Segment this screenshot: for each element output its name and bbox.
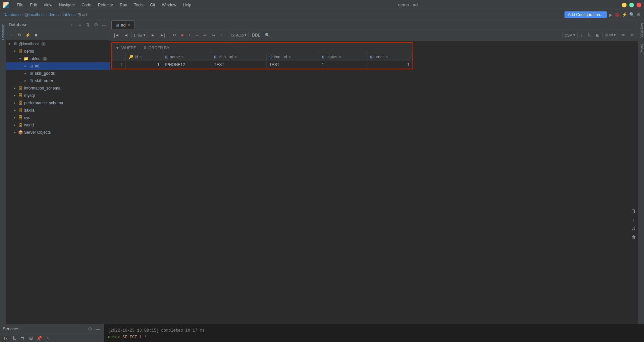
minimize-button[interactable]: — [622,3,627,7]
debug-button[interactable]: 🐞 [614,12,620,17]
db-add-button[interactable]: + [69,22,75,28]
expand-sakila[interactable]: ► [13,108,17,112]
tree-item-skill-goods[interactable]: ► ⊞ skill_goods [6,70,110,77]
tx-indicator[interactable]: Tx [1,336,9,341]
tree-item-world[interactable]: ► 🗄 world [6,121,110,129]
structure-tab[interactable]: Structure [639,21,644,40]
menu-refactor[interactable]: Refactor [95,2,116,8]
expand-information-schema[interactable]: ► [13,86,17,90]
svc-tb-3[interactable]: ⊞ [27,335,35,342]
th-order[interactable]: ⊞ order ⇅ [367,53,412,61]
expand-skill-order[interactable]: ► [23,79,28,83]
console-tool-1[interactable]: ⇅ [630,207,637,215]
menu-window[interactable]: Window [159,2,179,8]
db-settings-button[interactable]: ⚙ [93,22,99,28]
table-row[interactable]: 1 1 IPHONE12 TEST TEST 1 1 [112,61,413,69]
th-id[interactable]: 🔑 id ⇅ [126,53,162,61]
breadcrumb-demo[interactable]: demo [49,12,59,17]
stop-btn[interactable]: ■ [179,31,185,39]
refresh-btn[interactable]: ↻ [171,31,178,39]
breadcrumb-localhost[interactable]: @localhost [24,12,45,17]
th-status[interactable]: ⊞ status ⇅ [319,53,367,61]
menu-view[interactable]: View [41,2,55,8]
revert-btn[interactable]: ↩ [201,31,209,39]
col-settings-btn[interactable]: ⚙ [628,31,636,39]
preview-btn[interactable]: 👁 [619,31,627,39]
tree-item-ad[interactable]: ► ⊞ ad [6,62,110,70]
db-list-button[interactable]: ≡ [77,22,83,28]
tree-item-tables[interactable]: ▼ 📁 tables 3 [6,55,110,62]
services-settings-btn[interactable]: ⚙ [87,326,93,332]
svc-tb-4[interactable]: 📌 [36,335,43,342]
maximize-button[interactable]: ❐ [629,3,634,7]
search-table-btn[interactable]: 🔍 [263,31,272,39]
menu-help[interactable]: Help [180,2,194,8]
svc-tb-2[interactable]: ⇆ [19,335,26,342]
tree-item-sys[interactable]: ► 🗄 sys [6,114,110,121]
tree-item-information-schema[interactable]: ► 🗄 information_schema [6,84,110,92]
add-row-btn[interactable]: + [186,31,193,39]
close-button[interactable]: ✕ [637,3,641,7]
menu-code[interactable]: Code [79,2,94,8]
nav-first[interactable]: |◄ [112,31,121,39]
table-selector[interactable]: ⊞ ad ▾ [602,32,618,38]
tree-item-server-objects[interactable]: ► 📦 Server Objects [6,129,110,136]
add-configuration-button[interactable]: Add Configuration... [565,11,607,18]
expand-server-objects[interactable]: ► [13,130,17,134]
menu-file[interactable]: File [14,2,26,8]
breadcrumb-ad[interactable]: ⊞ ad [77,12,87,17]
expand-localhost[interactable]: ▼ [7,42,11,46]
tree-item-performance-schema[interactable]: ► 🗄 performance_schema [6,99,110,107]
console-tool-3[interactable]: 🖨 [630,225,637,232]
expand-skill-goods[interactable]: ► [23,71,28,75]
tab-close-ad[interactable]: ✕ [127,23,130,27]
db-tb-stop[interactable]: ■ [33,32,40,39]
filter-cols-btn[interactable]: ⇅ [586,31,593,39]
tree-item-skill-order[interactable]: ► ⊞ skill_order [6,77,110,84]
db-sort-button[interactable]: ⇅ [85,22,91,28]
services-close-btn[interactable]: — [95,326,101,332]
menu-navigate[interactable]: Navigate [56,2,77,8]
submit-btn[interactable]: ↪ [210,31,217,39]
expand-tables[interactable]: ▼ [18,57,22,61]
expand-ad[interactable]: ► [23,64,28,68]
tree-item-sakila[interactable]: ► 🗄 sakila [6,107,110,114]
expand-demo[interactable]: ▼ [13,49,17,53]
db-tb-refresh[interactable]: ↻ [16,32,23,39]
export-btn[interactable]: ↓ [579,31,585,39]
expand-performance-schema[interactable]: ► [13,101,17,105]
run-button[interactable]: ▶ [609,12,612,17]
files-tab[interactable]: Files [639,42,644,54]
nav-next[interactable]: ► [149,31,157,39]
transpose-btn[interactable]: ⊞ [594,31,601,39]
tree-item-localhost[interactable]: ▼ 🖥 @localhost 7 [6,40,110,48]
th-click-url[interactable]: ⊞ click_url ⇅ [211,53,266,61]
menu-run[interactable]: Run [117,2,130,8]
breadcrumb-tables[interactable]: tables [63,12,73,17]
breadcrumb-database[interactable]: Database [3,12,20,17]
console-tool-2[interactable]: ↓ [630,216,637,223]
menu-tools[interactable]: Tools [131,2,146,8]
where-filter[interactable]: ▼ WHERE [115,46,137,50]
row-count-dropdown[interactable]: 1 row ▾ [131,32,148,38]
th-name[interactable]: ⊞ name ⇅ [162,53,211,61]
coverage-button[interactable]: ⚡ [622,12,627,17]
expand-mysql[interactable]: ► [13,94,17,98]
db-tb-filter[interactable]: ⚡ [24,32,32,39]
tx-dropdown[interactable]: Tx: Auto ▾ [228,32,249,38]
svc-tb-5[interactable]: + [44,335,51,342]
expand-world[interactable]: ► [13,123,17,127]
database-side-tab[interactable]: Database [0,22,6,42]
up-btn[interactable]: ↑ [218,31,224,39]
settings-header-button[interactable]: ⚙ [637,12,641,17]
tree-item-demo[interactable]: ▼ 🗄 demo [6,48,110,55]
svc-tb-1[interactable]: ⇅ [10,335,18,342]
console-tool-4[interactable]: 🗑 [630,233,637,241]
menu-git[interactable]: Git [147,2,158,8]
db-close-button[interactable]: — [101,22,107,28]
tab-ad[interactable]: ⊞ ad ✕ [111,20,135,29]
th-img-url[interactable]: ⊞ img_url ⇅ [266,53,319,61]
nav-prev[interactable]: ◄ [122,31,130,39]
menu-edit[interactable]: Edit [27,2,40,8]
tree-item-mysql[interactable]: ► 🗄 mysql [6,92,110,99]
